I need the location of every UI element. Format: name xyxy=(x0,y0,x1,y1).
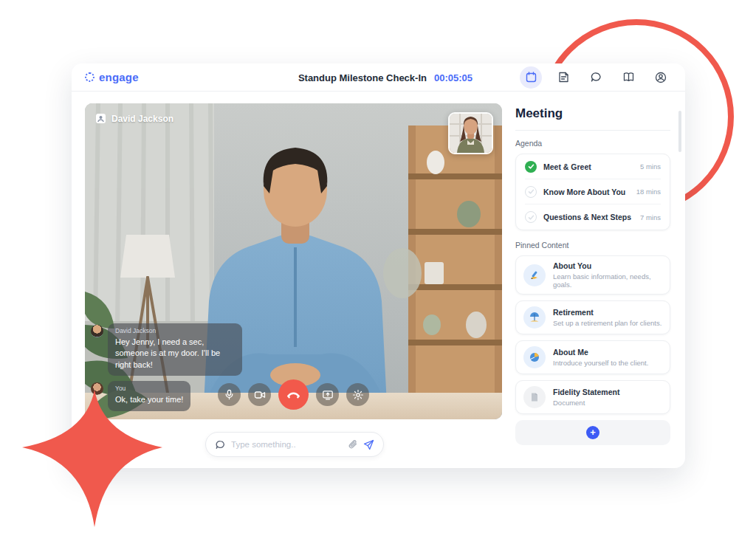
agenda-item-duration: 5 mins xyxy=(640,162,661,171)
pinned-card-title: Retirement xyxy=(553,308,662,317)
pinned-card-title: About Me xyxy=(553,348,648,357)
document-icon xyxy=(523,386,546,408)
agenda-item-duration: 18 mins xyxy=(636,188,661,196)
pinned-card-description: Introduce yourself to the client. xyxy=(553,359,648,367)
check-todo-icon xyxy=(525,211,537,223)
send-icon[interactable] xyxy=(363,439,374,450)
pie-chart-icon xyxy=(523,346,546,368)
camera-button[interactable] xyxy=(248,383,271,406)
chat-icon[interactable] xyxy=(585,66,607,89)
message-bubble: David Jackson Hey Jenny, I need a sec, s… xyxy=(108,323,242,376)
settings-button[interactable] xyxy=(346,383,369,406)
meeting-title-block: Standup Milestone Check-In 00:05:05 xyxy=(298,63,472,92)
check-done-icon xyxy=(525,161,537,173)
agenda-item-duration: 7 mins xyxy=(640,213,661,221)
avatar xyxy=(91,325,103,337)
add-content-button[interactable]: + xyxy=(515,420,670,445)
screen-share-button[interactable] xyxy=(316,383,339,406)
pinned-card-texts: About You Learn basic information, needs… xyxy=(553,261,662,289)
pinned-content-label: Pinned Content xyxy=(515,241,670,250)
self-view-pip[interactable] xyxy=(448,112,493,154)
agenda-item-meet-greet[interactable]: Meet & Greet 5 mins xyxy=(525,154,661,179)
agenda-card: Meet & Greet 5 mins Know More About You … xyxy=(515,154,670,230)
agenda-item-label: Know More About You xyxy=(543,188,625,196)
pinned-card-description: Set up a retirement plan for clients. xyxy=(553,319,662,327)
decor-sparkle xyxy=(16,382,171,530)
chat-input-bar xyxy=(205,432,384,457)
logo-text: engage xyxy=(99,71,139,83)
account-icon[interactable] xyxy=(650,66,672,89)
chat-message-input[interactable] xyxy=(231,440,343,449)
meeting-timer: 00:05:05 xyxy=(434,72,472,83)
pinned-card-retirement[interactable]: Retirement Set up a retirement plan for … xyxy=(515,300,670,334)
hang-up-button[interactable] xyxy=(278,379,309,410)
participant-name: David Jackson xyxy=(111,114,173,124)
pinned-card-description: Learn basic information, needs, goals. xyxy=(553,272,662,289)
agenda-item-label: Questions & Next Steps xyxy=(543,213,631,221)
app-logo: engage xyxy=(85,71,139,83)
message-sender: David Jackson xyxy=(115,327,235,334)
overlay-message: David Jackson Hey Jenny, I need a sec, s… xyxy=(91,323,242,376)
agenda-label: Agenda xyxy=(515,139,670,148)
pinned-card-texts: Retirement Set up a retirement plan for … xyxy=(553,308,662,327)
attachment-icon[interactable] xyxy=(348,439,358,450)
book-icon[interactable] xyxy=(617,66,639,89)
logo-icon xyxy=(85,72,94,82)
header-nav xyxy=(520,66,672,89)
main-video-feed: David Jackson xyxy=(85,103,502,419)
agenda-item-questions[interactable]: Questions & Next Steps 7 mins xyxy=(525,204,661,230)
pinned-card-title: Fidelity Statement xyxy=(553,388,619,396)
sidebar-scrollbar[interactable] xyxy=(678,111,681,152)
writing-icon xyxy=(523,264,546,286)
page: engage Standup Milestone Check-In 00:05:… xyxy=(0,0,756,533)
pinned-card-description: Document xyxy=(553,399,619,407)
umbrella-icon xyxy=(523,306,546,329)
pinned-card-texts: Fidelity Statement Document xyxy=(553,388,619,407)
microphone-button[interactable] xyxy=(218,383,241,406)
divider xyxy=(515,130,670,131)
pinned-card-about-me[interactable]: About Me Introduce yourself to the clien… xyxy=(515,340,670,374)
check-todo-icon xyxy=(525,186,537,198)
agenda-item-label: Meet & Greet xyxy=(543,162,591,171)
pinned-card-title: About You xyxy=(553,261,662,270)
message-text: Hey Jenny, I need a sec, someone is at m… xyxy=(115,337,235,371)
agenda-item-know-more[interactable]: Know More About You 18 mins xyxy=(525,179,661,204)
meeting-sidebar: Meeting Agenda Meet & Greet 5 mins Know … xyxy=(515,100,670,445)
app-header: engage Standup Milestone Check-In 00:05:… xyxy=(72,63,685,92)
pinned-card-about-you[interactable]: About You Learn basic information, needs… xyxy=(515,255,670,295)
meeting-title: Standup Milestone Check-In xyxy=(298,72,427,83)
participant-badge-icon xyxy=(95,113,106,124)
participant-name-chip: David Jackson xyxy=(95,113,173,124)
chat-bubble-icon xyxy=(215,439,226,450)
pinned-card-fidelity-statement[interactable]: Fidelity Statement Document xyxy=(515,380,670,414)
plus-icon: + xyxy=(586,426,599,439)
pinned-card-texts: About Me Introduce yourself to the clien… xyxy=(553,348,648,367)
calendar-icon[interactable] xyxy=(520,66,542,89)
notes-icon[interactable] xyxy=(552,66,574,89)
sidebar-title: Meeting xyxy=(515,106,670,121)
